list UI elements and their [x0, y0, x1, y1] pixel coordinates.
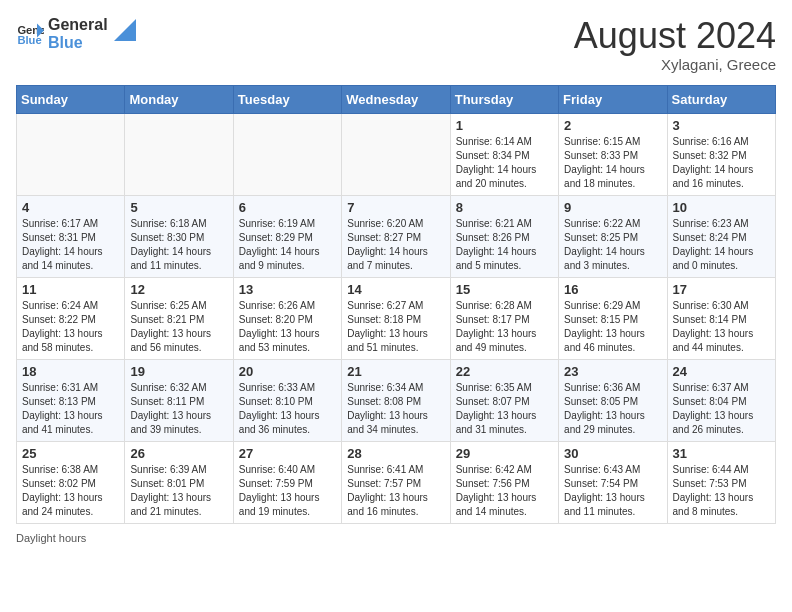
- day-number: 10: [673, 200, 770, 215]
- day-number: 3: [673, 118, 770, 133]
- calendar-cell: 15Sunrise: 6:28 AM Sunset: 8:17 PM Dayli…: [450, 277, 558, 359]
- day-info: Sunrise: 6:36 AM Sunset: 8:05 PM Dayligh…: [564, 381, 661, 437]
- calendar-cell: 2Sunrise: 6:15 AM Sunset: 8:33 PM Daylig…: [559, 113, 667, 195]
- day-number: 6: [239, 200, 336, 215]
- day-info: Sunrise: 6:31 AM Sunset: 8:13 PM Dayligh…: [22, 381, 119, 437]
- day-number: 5: [130, 200, 227, 215]
- day-number: 30: [564, 446, 661, 461]
- calendar-cell: 26Sunrise: 6:39 AM Sunset: 8:01 PM Dayli…: [125, 441, 233, 523]
- day-info: Sunrise: 6:38 AM Sunset: 8:02 PM Dayligh…: [22, 463, 119, 519]
- calendar-week-row: 18Sunrise: 6:31 AM Sunset: 8:13 PM Dayli…: [17, 359, 776, 441]
- calendar-cell: 29Sunrise: 6:42 AM Sunset: 7:56 PM Dayli…: [450, 441, 558, 523]
- day-info: Sunrise: 6:23 AM Sunset: 8:24 PM Dayligh…: [673, 217, 770, 273]
- day-number: 7: [347, 200, 444, 215]
- calendar-cell: [342, 113, 450, 195]
- day-number: 9: [564, 200, 661, 215]
- logo-blue-text: Blue: [48, 34, 108, 52]
- day-number: 17: [673, 282, 770, 297]
- col-header-thursday: Thursday: [450, 85, 558, 113]
- logo-icon: General Blue: [16, 20, 44, 48]
- calendar-week-row: 11Sunrise: 6:24 AM Sunset: 8:22 PM Dayli…: [17, 277, 776, 359]
- day-info: Sunrise: 6:21 AM Sunset: 8:26 PM Dayligh…: [456, 217, 553, 273]
- location-subtitle: Xylagani, Greece: [574, 56, 776, 73]
- calendar-table: SundayMondayTuesdayWednesdayThursdayFrid…: [16, 85, 776, 524]
- day-number: 23: [564, 364, 661, 379]
- day-info: Sunrise: 6:19 AM Sunset: 8:29 PM Dayligh…: [239, 217, 336, 273]
- calendar-week-row: 4Sunrise: 6:17 AM Sunset: 8:31 PM Daylig…: [17, 195, 776, 277]
- day-info: Sunrise: 6:16 AM Sunset: 8:32 PM Dayligh…: [673, 135, 770, 191]
- day-number: 12: [130, 282, 227, 297]
- day-number: 14: [347, 282, 444, 297]
- day-number: 24: [673, 364, 770, 379]
- calendar-cell: 19Sunrise: 6:32 AM Sunset: 8:11 PM Dayli…: [125, 359, 233, 441]
- day-info: Sunrise: 6:32 AM Sunset: 8:11 PM Dayligh…: [130, 381, 227, 437]
- day-number: 2: [564, 118, 661, 133]
- calendar-cell: 7Sunrise: 6:20 AM Sunset: 8:27 PM Daylig…: [342, 195, 450, 277]
- header: General Blue General Blue August 2024 Xy…: [16, 16, 776, 73]
- calendar-cell: 17Sunrise: 6:30 AM Sunset: 8:14 PM Dayli…: [667, 277, 775, 359]
- day-info: Sunrise: 6:27 AM Sunset: 8:18 PM Dayligh…: [347, 299, 444, 355]
- day-number: 18: [22, 364, 119, 379]
- calendar-cell: 9Sunrise: 6:22 AM Sunset: 8:25 PM Daylig…: [559, 195, 667, 277]
- calendar-cell: 13Sunrise: 6:26 AM Sunset: 8:20 PM Dayli…: [233, 277, 341, 359]
- day-info: Sunrise: 6:34 AM Sunset: 8:08 PM Dayligh…: [347, 381, 444, 437]
- calendar-cell: [17, 113, 125, 195]
- day-info: Sunrise: 6:29 AM Sunset: 8:15 PM Dayligh…: [564, 299, 661, 355]
- day-number: 31: [673, 446, 770, 461]
- calendar-cell: 12Sunrise: 6:25 AM Sunset: 8:21 PM Dayli…: [125, 277, 233, 359]
- day-number: 20: [239, 364, 336, 379]
- calendar-cell: 1Sunrise: 6:14 AM Sunset: 8:34 PM Daylig…: [450, 113, 558, 195]
- day-info: Sunrise: 6:17 AM Sunset: 8:31 PM Dayligh…: [22, 217, 119, 273]
- day-info: Sunrise: 6:15 AM Sunset: 8:33 PM Dayligh…: [564, 135, 661, 191]
- col-header-tuesday: Tuesday: [233, 85, 341, 113]
- day-info: Sunrise: 6:18 AM Sunset: 8:30 PM Dayligh…: [130, 217, 227, 273]
- calendar-cell: 14Sunrise: 6:27 AM Sunset: 8:18 PM Dayli…: [342, 277, 450, 359]
- calendar-cell: 22Sunrise: 6:35 AM Sunset: 8:07 PM Dayli…: [450, 359, 558, 441]
- day-number: 26: [130, 446, 227, 461]
- day-number: 21: [347, 364, 444, 379]
- day-number: 28: [347, 446, 444, 461]
- day-info: Sunrise: 6:33 AM Sunset: 8:10 PM Dayligh…: [239, 381, 336, 437]
- daylight-label: Daylight hours: [16, 532, 86, 544]
- col-header-friday: Friday: [559, 85, 667, 113]
- day-info: Sunrise: 6:14 AM Sunset: 8:34 PM Dayligh…: [456, 135, 553, 191]
- calendar-cell: 28Sunrise: 6:41 AM Sunset: 7:57 PM Dayli…: [342, 441, 450, 523]
- day-number: 8: [456, 200, 553, 215]
- logo: General Blue General Blue: [16, 16, 136, 51]
- day-number: 27: [239, 446, 336, 461]
- calendar-cell: 5Sunrise: 6:18 AM Sunset: 8:30 PM Daylig…: [125, 195, 233, 277]
- footer: Daylight hours: [16, 532, 776, 544]
- logo-triangle-icon: [114, 19, 136, 41]
- calendar-cell: [233, 113, 341, 195]
- calendar-week-row: 25Sunrise: 6:38 AM Sunset: 8:02 PM Dayli…: [17, 441, 776, 523]
- day-number: 22: [456, 364, 553, 379]
- day-info: Sunrise: 6:44 AM Sunset: 7:53 PM Dayligh…: [673, 463, 770, 519]
- col-header-sunday: Sunday: [17, 85, 125, 113]
- col-header-wednesday: Wednesday: [342, 85, 450, 113]
- calendar-cell: 24Sunrise: 6:37 AM Sunset: 8:04 PM Dayli…: [667, 359, 775, 441]
- calendar-header-row: SundayMondayTuesdayWednesdayThursdayFrid…: [17, 85, 776, 113]
- col-header-saturday: Saturday: [667, 85, 775, 113]
- calendar-cell: 20Sunrise: 6:33 AM Sunset: 8:10 PM Dayli…: [233, 359, 341, 441]
- day-number: 11: [22, 282, 119, 297]
- day-info: Sunrise: 6:26 AM Sunset: 8:20 PM Dayligh…: [239, 299, 336, 355]
- day-number: 13: [239, 282, 336, 297]
- day-info: Sunrise: 6:24 AM Sunset: 8:22 PM Dayligh…: [22, 299, 119, 355]
- calendar-cell: 11Sunrise: 6:24 AM Sunset: 8:22 PM Dayli…: [17, 277, 125, 359]
- day-info: Sunrise: 6:25 AM Sunset: 8:21 PM Dayligh…: [130, 299, 227, 355]
- day-info: Sunrise: 6:37 AM Sunset: 8:04 PM Dayligh…: [673, 381, 770, 437]
- day-info: Sunrise: 6:30 AM Sunset: 8:14 PM Dayligh…: [673, 299, 770, 355]
- calendar-week-row: 1Sunrise: 6:14 AM Sunset: 8:34 PM Daylig…: [17, 113, 776, 195]
- logo-general-text: General: [48, 16, 108, 34]
- day-number: 16: [564, 282, 661, 297]
- calendar-cell: 10Sunrise: 6:23 AM Sunset: 8:24 PM Dayli…: [667, 195, 775, 277]
- day-number: 4: [22, 200, 119, 215]
- calendar-cell: [125, 113, 233, 195]
- day-number: 25: [22, 446, 119, 461]
- day-number: 29: [456, 446, 553, 461]
- day-info: Sunrise: 6:40 AM Sunset: 7:59 PM Dayligh…: [239, 463, 336, 519]
- calendar-cell: 25Sunrise: 6:38 AM Sunset: 8:02 PM Dayli…: [17, 441, 125, 523]
- day-info: Sunrise: 6:41 AM Sunset: 7:57 PM Dayligh…: [347, 463, 444, 519]
- day-info: Sunrise: 6:22 AM Sunset: 8:25 PM Dayligh…: [564, 217, 661, 273]
- calendar-cell: 4Sunrise: 6:17 AM Sunset: 8:31 PM Daylig…: [17, 195, 125, 277]
